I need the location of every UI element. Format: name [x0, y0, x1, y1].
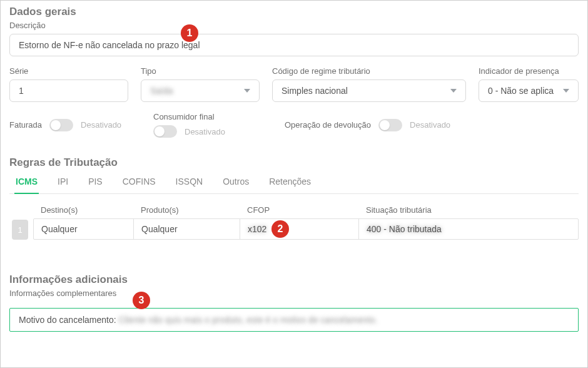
- info-text: Cliente não quis mais o produto, este é …: [119, 315, 378, 325]
- status-faturada: Desativado: [81, 120, 121, 130]
- tab-outros[interactable]: Outros: [221, 171, 250, 193]
- rule-row-number: 1: [12, 220, 28, 240]
- table-row[interactable]: Qualquer Qualquer x102 400 - Não tributa…: [33, 218, 579, 240]
- tab-retencoes[interactable]: Retenções: [268, 171, 312, 193]
- tab-ipi[interactable]: IPI: [56, 171, 69, 193]
- select-tipo-value: Saída: [150, 86, 173, 96]
- toggle-operacao-devolucao[interactable]: [378, 119, 402, 131]
- select-regime-value: Simples nacional: [281, 86, 348, 96]
- chevron-down-icon: [563, 89, 569, 93]
- textarea-info-complementares[interactable]: Motivo do cancelamento: Cliente não quis…: [9, 308, 579, 332]
- input-serie[interactable]: [9, 79, 128, 102]
- col-produtos: Produto(s): [133, 203, 240, 218]
- select-presenca[interactable]: 0 - Não se aplica: [479, 79, 579, 102]
- section-dados-gerais: Dados gerais Descrição Série Tipo Saída …: [1, 1, 587, 145]
- section-informacoes-adicionais: Informações adicionais Informações compl…: [1, 242, 587, 304]
- label-tipo: Tipo: [141, 66, 260, 76]
- tab-icms[interactable]: ICMS: [14, 171, 39, 194]
- section-title-adicionais: Informações adicionais: [9, 273, 579, 286]
- status-consumidor-final: Desativado: [185, 127, 225, 136]
- col-cfop: CFOP: [240, 203, 358, 218]
- select-presenca-value: 0 - Não se aplica: [488, 86, 554, 96]
- section-title-regras: Regras de Tributação: [9, 156, 579, 169]
- toggle-consumidor-final[interactable]: [153, 125, 177, 138]
- info-prefix: Motivo do cancelamento:: [19, 315, 119, 325]
- label-info-complementares: Informações complementares: [9, 289, 579, 298]
- select-tipo[interactable]: Saída: [141, 79, 260, 102]
- toggle-faturada[interactable]: [49, 119, 73, 131]
- rule-table: 1 Destino(s) Produto(s) CFOP Situação tr…: [9, 203, 579, 240]
- tab-pis[interactable]: PIS: [87, 171, 104, 193]
- tab-issqn[interactable]: ISSQN: [175, 171, 205, 193]
- chevron-down-icon: [244, 89, 250, 93]
- chevron-down-icon: [450, 89, 457, 93]
- col-destinos: Destino(s): [33, 203, 133, 218]
- label-presenca: Indicador de presença: [479, 66, 579, 76]
- cell-situacao: 400 - Não tributada: [359, 219, 578, 239]
- section-title-dados-gerais: Dados gerais: [9, 6, 579, 18]
- cell-destinos: Qualquer: [34, 219, 134, 239]
- label-regime: Código de regime tributário: [272, 66, 466, 76]
- label-descricao: Descrição: [9, 21, 579, 30]
- select-regime[interactable]: Simples nacional: [272, 79, 466, 102]
- col-situacao: Situação tributária: [358, 203, 579, 218]
- cell-cfop: x102: [240, 219, 359, 239]
- section-regras-tributacao: Regras de Tributação ICMS IPI PIS COFINS…: [1, 145, 587, 242]
- tax-tabs: ICMS IPI PIS COFINS ISSQN Outros Retençõ…: [9, 171, 579, 194]
- status-operacao-devolucao: Desativado: [410, 120, 450, 130]
- label-serie: Série: [9, 66, 128, 76]
- label-faturada: Faturada: [9, 120, 42, 130]
- label-consumidor-final: Consumidor final: [153, 112, 272, 121]
- label-operacao-devolucao: Operação de devolução: [285, 120, 371, 130]
- tab-cofins[interactable]: COFINS: [121, 171, 157, 193]
- cell-produtos: Qualquer: [134, 219, 240, 239]
- input-descricao[interactable]: [9, 34, 579, 56]
